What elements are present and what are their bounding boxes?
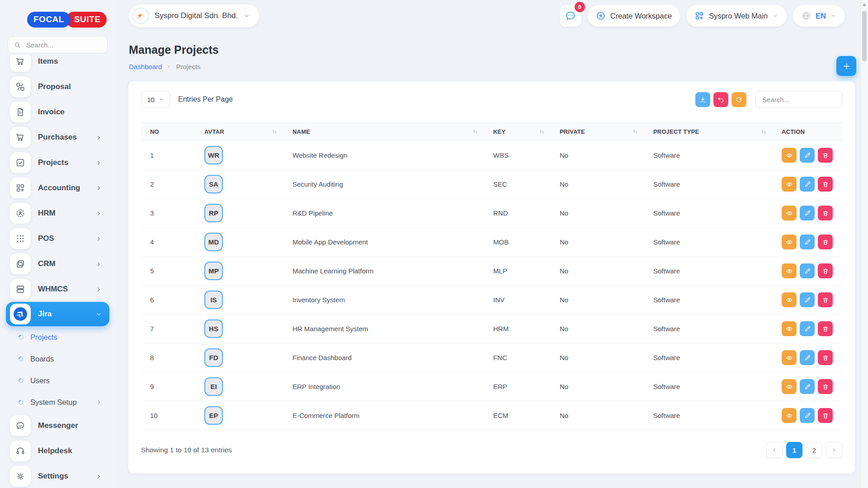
view-button[interactable] <box>782 235 797 249</box>
sidebar-item-pos[interactable]: POS <box>6 226 109 251</box>
view-button[interactable] <box>782 206 797 221</box>
sidebar-subitem-system-setup[interactable]: System Setup <box>6 391 109 413</box>
cell-action <box>773 372 843 401</box>
edit-button[interactable] <box>800 350 815 365</box>
page-button-2[interactable]: 2 <box>806 442 822 458</box>
table-search-input[interactable] <box>755 91 842 108</box>
add-project-button[interactable] <box>836 56 856 76</box>
app-switcher[interactable]: Syspro Web Main <box>686 5 787 27</box>
column-header-avtar[interactable]: AVTAR <box>195 123 283 141</box>
sort-icon <box>538 128 545 135</box>
cell-action <box>773 286 843 314</box>
view-button[interactable] <box>782 408 797 423</box>
chevron-right-icon <box>95 286 102 293</box>
edit-button[interactable] <box>800 379 815 394</box>
view-button[interactable] <box>782 263 797 278</box>
messages-button[interactable]: 0 <box>560 5 581 27</box>
sidebar-item-whmcs[interactable]: WHMCS <box>6 277 109 302</box>
cell-name: Inventory System <box>283 286 484 314</box>
refresh-icon <box>735 96 743 103</box>
sidebar-item-crm[interactable]: CRM <box>6 251 109 277</box>
cell-key: HRM <box>484 314 551 343</box>
view-button[interactable] <box>782 148 797 163</box>
workspace-selector[interactable]: Syspro Digital Sdn. Bhd. <box>129 5 259 27</box>
delete-button[interactable] <box>818 379 833 394</box>
sidebar-item-invoice[interactable]: Invoice <box>6 99 109 125</box>
view-button[interactable] <box>782 379 797 394</box>
view-button[interactable] <box>782 350 797 365</box>
breadcrumb: Dashboard Projects <box>129 63 845 70</box>
sidebar-item-messenger[interactable]: Messenger <box>6 413 109 438</box>
sidebar-subitem-label: System Setup <box>30 398 77 407</box>
jira-icon <box>10 304 31 324</box>
sidebar-item-projects[interactable]: Projects <box>6 150 109 175</box>
edit-button[interactable] <box>800 263 815 278</box>
column-header-name[interactable]: NAME <box>283 123 484 141</box>
edit-button[interactable] <box>800 206 815 221</box>
create-workspace-button[interactable]: Create Workspace <box>588 5 680 27</box>
delete-button[interactable] <box>818 263 833 278</box>
reset-button[interactable] <box>713 92 728 107</box>
next-page-button[interactable] <box>826 442 842 458</box>
cell-project-type: Software <box>644 286 773 314</box>
sidebar-item-label: Items <box>38 57 58 66</box>
column-header-private[interactable]: PRIVATE <box>551 123 644 141</box>
workspace-logo-icon <box>132 7 149 24</box>
scrollbar-up-arrow-icon[interactable] <box>861 3 868 6</box>
breadcrumb-dashboard-link[interactable]: Dashboard <box>129 63 162 70</box>
delete-button[interactable] <box>818 321 833 336</box>
sidebar-item-proposal[interactable]: Proposal <box>6 74 109 99</box>
entries-per-page-select[interactable]: 10 <box>141 91 170 108</box>
column-label: PROJECT TYPE <box>653 128 699 135</box>
edit-button[interactable] <box>800 408 815 423</box>
sidebar-search[interactable] <box>8 36 108 53</box>
delete-button[interactable] <box>818 148 833 163</box>
plus-icon <box>842 62 851 70</box>
prev-page-button[interactable] <box>766 442 783 458</box>
view-button[interactable] <box>782 321 797 336</box>
sidebar-search-input[interactable] <box>25 41 102 49</box>
column-header-key[interactable]: KEY <box>484 123 551 141</box>
delete-button[interactable] <box>818 206 833 221</box>
sidebar-item-helpdesk[interactable]: Helpdesk <box>6 438 109 464</box>
sidebar-item-items[interactable]: Items <box>6 55 109 74</box>
page-button-1[interactable]: 1 <box>786 442 802 458</box>
export-button[interactable] <box>695 92 710 107</box>
view-button[interactable] <box>782 177 797 192</box>
edit-button[interactable] <box>800 292 815 307</box>
view-button[interactable] <box>782 292 797 307</box>
messenger-icon <box>10 415 31 436</box>
language-selector[interactable]: EN <box>793 5 845 27</box>
sidebar-item-settings[interactable]: Settings <box>6 464 109 488</box>
delete-button[interactable] <box>818 292 833 307</box>
cell-private: No <box>551 372 644 401</box>
cart-icon <box>10 55 31 72</box>
delete-button[interactable] <box>818 177 833 192</box>
sidebar-subitem-label: Boards <box>30 355 54 363</box>
edit-button[interactable] <box>800 321 815 336</box>
edit-button[interactable] <box>800 177 815 192</box>
edit-button[interactable] <box>800 235 815 249</box>
sidebar-item-jira[interactable]: Jira <box>6 302 109 326</box>
sidebar-item-hrm[interactable]: HRM <box>6 201 109 226</box>
scrollbar[interactable] <box>860 0 868 488</box>
cell-action <box>773 314 843 343</box>
refresh-button[interactable] <box>731 92 746 107</box>
sidebar-item-label: Proposal <box>38 82 71 91</box>
headset-icon <box>10 441 31 461</box>
delete-button[interactable] <box>818 408 833 423</box>
sidebar-subitem-boards[interactable]: Boards <box>6 348 109 370</box>
cell-key: RND <box>484 199 551 228</box>
column-label: AVTAR <box>204 128 224 135</box>
sidebar-item-purchases[interactable]: Purchases <box>6 125 109 150</box>
sidebar-subitem-users[interactable]: Users <box>6 370 109 391</box>
delete-button[interactable] <box>818 235 833 249</box>
cell-project-type: Software <box>644 141 773 170</box>
delete-button[interactable] <box>818 350 833 365</box>
scrollbar-thumb[interactable] <box>862 11 867 61</box>
edit-button[interactable] <box>800 148 815 163</box>
column-header-project-type[interactable]: PROJECT TYPE <box>644 123 773 141</box>
sidebar-item-accounting[interactable]: Accounting <box>6 175 109 201</box>
sidebar-subitem-projects[interactable]: Projects <box>6 326 109 348</box>
table-row: 9EIERP IntegrationERPNoSoftware <box>141 372 843 401</box>
